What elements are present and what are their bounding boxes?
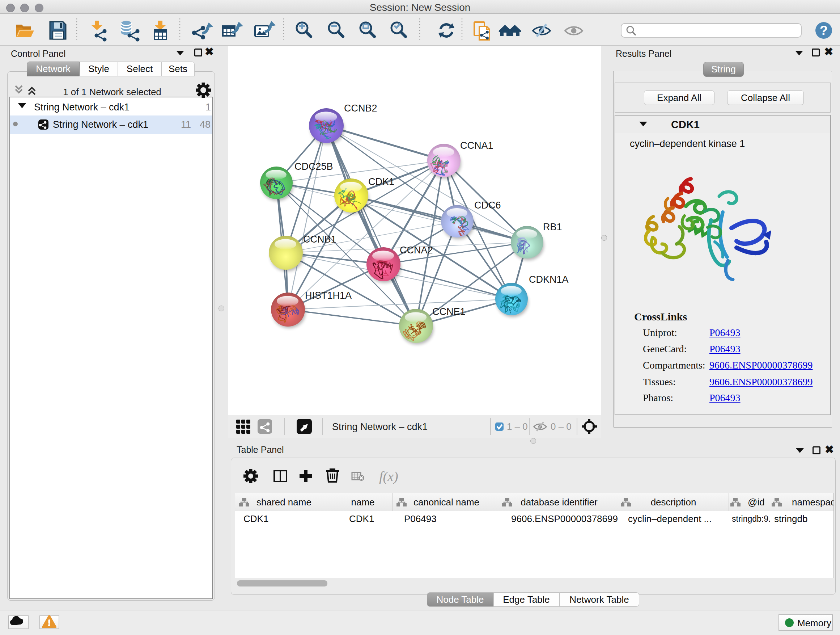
svg-text:CDKN1A: CDKN1A xyxy=(529,274,569,285)
svg-text:HIST1H1A: HIST1H1A xyxy=(305,290,352,301)
svg-text:CCNB2: CCNB2 xyxy=(344,103,377,114)
svg-text:CDC6: CDC6 xyxy=(474,200,501,211)
svg-text:CCNA1: CCNA1 xyxy=(460,140,493,151)
svg-text:RB1: RB1 xyxy=(543,222,562,233)
svg-text:CDC25B: CDC25B xyxy=(294,161,333,172)
svg-text:CDK1: CDK1 xyxy=(368,176,394,187)
svg-text:CCNB1: CCNB1 xyxy=(303,234,336,245)
svg-text:CCNE1: CCNE1 xyxy=(432,306,466,317)
svg-text:CCNA2: CCNA2 xyxy=(400,245,433,256)
